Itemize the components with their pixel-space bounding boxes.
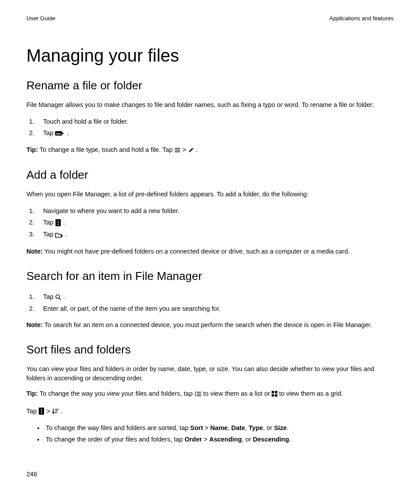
- step-text-end: .: [66, 129, 68, 136]
- step-text: Tap: [43, 231, 55, 238]
- tip-text-post: .: [196, 146, 198, 153]
- search-step-2: Enter all, or part, of the name of the i…: [36, 303, 394, 314]
- step-text: Tap: [43, 129, 55, 136]
- svg-rect-30: [55, 412, 57, 413]
- svg-point-25: [41, 411, 42, 412]
- rename-step-1: Touch and hold a file or folder.: [36, 116, 394, 127]
- svg-rect-20: [275, 391, 278, 394]
- svg-line-12: [59, 298, 61, 300]
- search-note: Note: To search for an item on a connect…: [26, 320, 394, 330]
- addfolder-step-2: Tap .: [36, 217, 394, 228]
- svg-point-15: [195, 394, 195, 394]
- tap-sep: >: [46, 408, 52, 415]
- tip-mid: to view them as a list or: [203, 390, 272, 397]
- svg-point-13: [195, 392, 195, 393]
- tip-sep: >: [182, 146, 188, 153]
- tip-text-pre: To change a file type, touch and hold a …: [38, 146, 174, 153]
- page: User Guide Applications and features Man…: [0, 0, 420, 504]
- more-vertical-icon: [55, 217, 61, 228]
- svg-rect-22: [275, 394, 278, 397]
- tip-post: to view them as a grid.: [279, 390, 343, 397]
- grid-view-icon: [272, 389, 277, 398]
- addfolder-note: Note: You might not have pre-defined fol…: [26, 247, 394, 256]
- svg-point-6: [58, 221, 59, 221]
- rename-tip: Tip: To change a file type, touch and ho…: [26, 145, 394, 155]
- svg-rect-10: [62, 235, 62, 237]
- svg-point-7: [58, 222, 59, 223]
- header-left: User Guide: [26, 15, 55, 22]
- sort-bullet-1: To change the way files and folders are …: [44, 422, 394, 434]
- sort-bullets: To change the way files and folders are …: [26, 422, 394, 445]
- note-text: To search for an item on a connected dev…: [43, 321, 372, 328]
- note-text: You might not have pre-defined folders o…: [43, 248, 350, 255]
- svg-rect-3: [175, 150, 180, 151]
- tap-post: .: [61, 408, 63, 415]
- svg-rect-28: [55, 409, 59, 410]
- step-text: Tap: [43, 293, 55, 300]
- svg-rect-4: [175, 151, 180, 152]
- tap-pre: Tap: [26, 408, 38, 415]
- header-right: Applications and features: [329, 15, 394, 22]
- sort-tap-line: Tap > .: [26, 407, 394, 416]
- page-number: 246: [26, 471, 37, 478]
- svg-point-17: [195, 395, 195, 396]
- rename-step-2: Tap ABC .: [36, 127, 394, 139]
- svg-text:ABC: ABC: [56, 132, 62, 135]
- search-step-1: Tap .: [36, 291, 394, 303]
- rename-intro: File Manager allows you to make changes …: [26, 100, 394, 110]
- step-text-end: .: [63, 293, 65, 300]
- menu-lines-icon: [174, 145, 181, 155]
- svg-rect-29: [55, 411, 58, 412]
- section-heading-search: Search for an item in File Manager: [26, 269, 394, 283]
- pencil-edit-icon: [188, 145, 194, 155]
- svg-rect-18: [197, 395, 201, 396]
- note-label: Note:: [26, 321, 43, 328]
- svg-point-24: [41, 409, 42, 410]
- page-header: User Guide Applications and features: [26, 15, 394, 22]
- folder-add-icon: [55, 228, 63, 240]
- search-icon: [55, 291, 61, 302]
- sort-tip: Tip: To change the way you view your fil…: [26, 389, 394, 399]
- section-heading-rename: Rename a file or folder: [26, 79, 394, 92]
- rename-abc-icon: ABC: [55, 127, 65, 139]
- note-label: Note:: [26, 248, 43, 255]
- more-vertical-icon: [38, 406, 44, 416]
- page-title: Managing your files: [26, 46, 394, 66]
- tip-label: Tip:: [26, 390, 38, 397]
- tip-pre: To change the way you view your files an…: [38, 390, 194, 397]
- section-heading-addfolder: Add a folder: [26, 168, 394, 182]
- step-text-end: .: [65, 231, 66, 238]
- addfolder-intro: When you open File Manager, a list of pr…: [26, 190, 394, 199]
- svg-rect-21: [272, 394, 274, 397]
- rename-steps: Touch and hold a file or folder. Tap ABC…: [26, 116, 394, 139]
- tip-label: Tip:: [26, 146, 38, 153]
- search-steps: Tap . Enter all, or part, of the name of…: [26, 291, 394, 314]
- step-text: Tap: [43, 219, 55, 226]
- section-heading-sort: Sort files and folders: [26, 343, 394, 357]
- addfolder-steps: Navigate to where you want to add a new …: [26, 205, 394, 241]
- list-view-icon: [195, 389, 202, 398]
- svg-rect-2: [175, 148, 180, 149]
- svg-point-8: [58, 224, 59, 225]
- sort-intro: You can view your files and folders in o…: [26, 364, 394, 383]
- sort-arrow-icon: [52, 406, 59, 416]
- sort-bullet-2: To change the order of your files and fo…: [44, 434, 394, 445]
- svg-rect-16: [197, 394, 201, 394]
- step-text-end: .: [63, 219, 65, 226]
- addfolder-step-1: Navigate to where you want to add a new …: [36, 205, 394, 217]
- svg-rect-14: [197, 392, 201, 393]
- svg-rect-19: [272, 391, 274, 394]
- addfolder-step-3: Tap .: [36, 228, 394, 240]
- svg-point-11: [56, 295, 59, 298]
- svg-point-26: [41, 412, 42, 413]
